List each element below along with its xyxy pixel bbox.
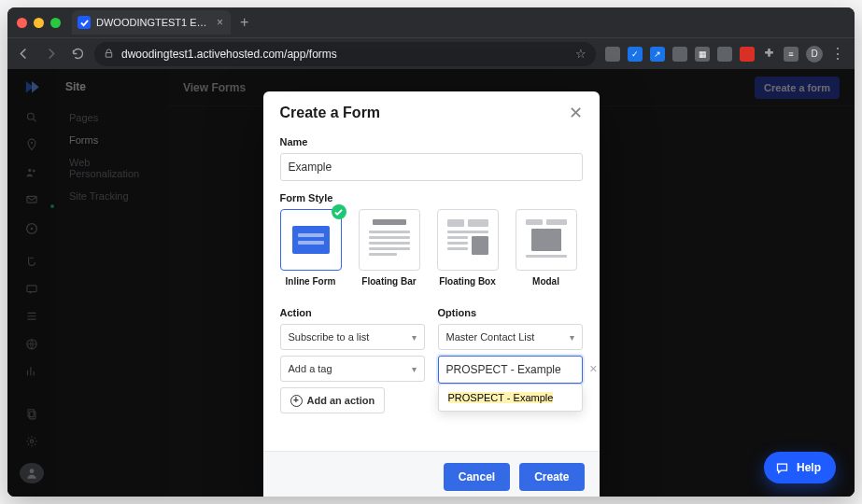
extension-icon[interactable]: ▦ — [695, 47, 710, 62]
style-label: Floating Bar — [361, 276, 416, 287]
form-style-label: Form Style — [280, 192, 583, 203]
help-button[interactable]: Help — [764, 452, 836, 483]
options-label: Options — [438, 307, 583, 318]
form-name-input[interactable] — [280, 153, 583, 181]
bookmark-icon[interactable]: ☆ — [575, 47, 586, 61]
browser-menu-icon[interactable]: ⋮ — [830, 47, 845, 62]
action-select-1[interactable]: Subscribe to a list ▾ — [280, 324, 425, 350]
style-label: Modal — [532, 276, 559, 287]
style-option-modal[interactable]: Modal — [516, 209, 577, 287]
clear-icon[interactable]: × — [589, 361, 597, 376]
plus-icon: + — [290, 395, 303, 407]
tab-close-icon[interactable]: × — [217, 16, 223, 29]
extension-icon[interactable] — [672, 47, 687, 62]
option-select-1[interactable]: Master Contact List ▾ — [438, 324, 583, 350]
modal-title: Create a Form — [280, 105, 381, 121]
style-option-floating-bar[interactable]: Floating Bar — [359, 209, 420, 287]
url-text: dwoodingtest1.activehosted.com/app/forms — [121, 48, 568, 61]
browser-titlebar: DWOODINGTEST1 Email Mark… × + — [7, 7, 855, 37]
window-controls — [17, 18, 61, 28]
autocomplete-dropdown: PROSPECT - Example — [438, 384, 583, 412]
add-action-button[interactable]: + Add an action — [280, 387, 386, 413]
form-style-options: Inline Form Floating Bar — [280, 209, 583, 287]
create-button[interactable]: Create — [519, 463, 584, 491]
extension-icon[interactable] — [740, 47, 755, 62]
style-option-floating-box[interactable]: Floating Box — [437, 209, 499, 287]
chevron-down-icon: ▾ — [412, 364, 417, 374]
chevron-down-icon: ▾ — [412, 332, 417, 343]
extension-icon[interactable]: ↗ — [650, 47, 665, 62]
forward-icon[interactable] — [44, 47, 58, 61]
reload-icon[interactable] — [71, 47, 85, 61]
style-option-inline-form[interactable]: Inline Form — [280, 209, 342, 287]
back-icon[interactable] — [17, 47, 31, 61]
browser-toolbar: dwoodingtest1.activehosted.com/app/forms… — [7, 37, 855, 69]
profile-avatar[interactable]: D — [806, 46, 823, 63]
browser-extensions: ✓ ↗ ▦ ≡ D ⋮ — [605, 46, 845, 63]
create-form-modal: Create a Form ✕ Name Form Style Inline F… — [263, 91, 600, 497]
chevron-down-icon: ▾ — [570, 332, 574, 343]
chat-icon — [775, 461, 789, 475]
action-label: Action — [280, 307, 425, 318]
extension-icon[interactable] — [717, 47, 732, 62]
window-close-button[interactable] — [17, 18, 27, 28]
window-minimize-button[interactable] — [34, 18, 44, 28]
tag-input-wrapper: × PROSPECT - Example — [438, 356, 583, 384]
extension-icon[interactable]: ✓ — [628, 47, 643, 62]
favicon-icon — [78, 16, 91, 29]
window-maximize-button[interactable] — [50, 18, 61, 28]
new-tab-button[interactable]: + — [240, 14, 248, 31]
close-icon[interactable]: ✕ — [569, 105, 583, 121]
action-select-2[interactable]: Add a tag ▾ — [280, 356, 425, 382]
checkmark-icon — [332, 204, 346, 219]
help-label: Help — [797, 461, 821, 474]
style-label: Floating Box — [439, 276, 496, 287]
browser-tab[interactable]: DWOODINGTEST1 Email Mark… × — [72, 10, 231, 35]
extension-icon[interactable] — [605, 47, 620, 62]
address-bar[interactable]: dwoodingtest1.activehosted.com/app/forms… — [94, 42, 596, 66]
lock-icon — [104, 49, 114, 59]
extension-icon[interactable]: ≡ — [784, 47, 798, 62]
browser-window: DWOODINGTEST1 Email Mark… × + dwoodingte… — [7, 7, 855, 497]
tag-input[interactable] — [438, 356, 583, 384]
extensions-menu-icon[interactable] — [762, 47, 776, 61]
modal-footer: Cancel Create — [263, 451, 600, 497]
style-label: Inline Form — [286, 276, 336, 287]
tab-title: DWOODINGTEST1 Email Mark… — [96, 17, 211, 28]
name-label: Name — [280, 136, 583, 147]
suggestion-item[interactable]: PROSPECT - Example — [443, 388, 578, 407]
cancel-button[interactable]: Cancel — [444, 463, 510, 491]
